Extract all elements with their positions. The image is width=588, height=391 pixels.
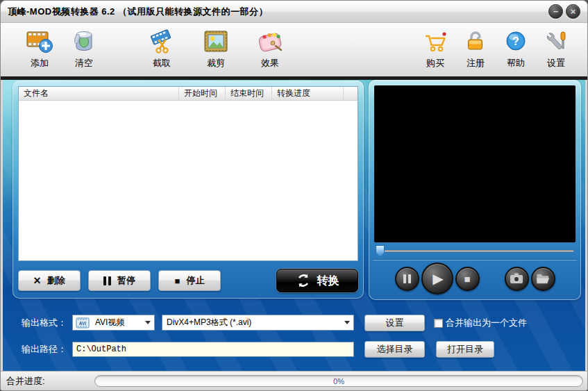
pause-button-label: 暂停 [117,274,135,287]
help-button-label: 帮助 [507,57,525,69]
convert-button-label: 转换 [317,274,339,288]
clear-button-label: 清空 [75,57,93,69]
effect-button-label: 效果 [261,57,279,69]
settings-button-label: 设置 [547,57,565,69]
delete-icon: × [33,274,41,287]
titlebar: 顶峰-MOD视频转换器 6.2 （试用版只能转换源文件的一部分） − × [1,1,587,23]
seek-bar[interactable] [374,243,576,259]
file-list[interactable]: 文件名 开始时间 结束时间 转换进度 [18,86,358,261]
main-area: 文件名 开始时间 结束时间 转换进度 × 删除 暂停 ■ [3,80,585,372]
open-directory-button[interactable]: 打开目录 [436,341,494,358]
convert-button[interactable]: 转换 [276,269,358,292]
open-directory-button-label: 打开目录 [447,343,483,356]
window-title: 顶峰-MOD视频转换器 6.2 （试用版只能转换源文件的一部分） [8,6,268,18]
choose-directory-button-label: 选择目录 [377,343,413,356]
buy-cart-icon [421,26,449,57]
player-stop-button[interactable]: ■ [455,267,480,291]
merge-output-checkbox[interactable] [434,319,443,328]
settings-tools-icon [543,26,569,57]
clear-button[interactable]: 清空 [62,26,106,72]
pause-icon [103,276,111,285]
snapshot-button[interactable] [505,267,529,291]
toolbar-right-group: 购买 注册 ? [415,26,576,72]
help-icon: ? [503,26,528,57]
format-settings-button-label: 设置 [386,317,404,329]
delete-button[interactable]: × 删除 [18,270,81,291]
window-controls: − × [548,4,580,19]
dropdown-arrow-icon [341,318,353,327]
add-button[interactable]: 添加 [17,26,62,72]
output-path-input[interactable] [72,342,354,357]
format-detail-value: DivX4+MP3格式 (*.avi) [162,317,341,328]
app-window: 顶峰-MOD视频转换器 6.2 （试用版只能转换源文件的一部分） − × [0,0,588,391]
player-controls: ▶ ■ [374,260,576,297]
crop-button-label: 裁剪 [207,57,225,69]
folder-icon [536,273,550,284]
file-list-panel: 文件名 开始时间 结束时间 转换进度 × 删除 暂停 ■ [12,81,364,299]
minimize-icon: − [553,7,559,16]
register-lock-icon [462,26,489,57]
merge-output-checkbox-row[interactable]: 合并输出为一个文件 [434,317,527,329]
file-list-header: 文件名 开始时间 结束时间 转换进度 [19,87,358,101]
format-type-select[interactable]: AVI AVI视频 [72,315,155,331]
buy-button-label: 购买 [426,57,444,69]
dropdown-arrow-icon [142,318,154,327]
svg-text:?: ? [512,35,519,47]
column-header-end-time[interactable]: 结束时间 [226,87,272,100]
status-bar: 合并进度: 0% [1,371,587,390]
player-pause-icon [403,274,411,283]
toolbar: 添加 清空 [1,23,587,76]
column-header-start-time[interactable]: 开始时间 [179,87,226,100]
add-media-icon [26,26,53,57]
player-panel: ▶ ■ [369,80,581,300]
settings-button[interactable]: 设置 [536,26,576,72]
effect-button[interactable]: 效果 [248,26,292,72]
stop-icon: ■ [175,276,180,285]
close-icon: × [571,7,576,16]
format-type-value: AVI视频 [91,317,142,328]
close-button[interactable]: × [566,4,580,19]
add-button-label: 添加 [31,57,49,69]
seek-handle[interactable] [376,245,385,257]
delete-button-label: 删除 [47,274,65,287]
player-pause-button[interactable] [395,267,419,291]
player-play-button[interactable]: ▶ [421,263,453,294]
merge-progress-bar: 0% [94,375,583,387]
help-button[interactable]: ? 帮助 [496,26,536,72]
clear-list-icon [71,26,97,57]
choose-directory-button[interactable]: 选择目录 [364,341,425,358]
register-button-label: 注册 [467,57,485,69]
player-play-icon: ▶ [432,272,443,285]
format-settings-button[interactable]: 设置 [364,315,425,331]
merge-progress-text: 0% [95,376,582,386]
camera-icon [510,273,523,284]
output-format-label: 输出格式： [22,317,67,329]
stop-button[interactable]: ■ 停止 [158,270,221,291]
register-button[interactable]: 注册 [455,26,496,72]
avi-file-icon: AVI [76,317,90,328]
buy-button[interactable]: 购买 [415,26,455,72]
crop-button[interactable]: 裁剪 [194,26,238,72]
column-header-progress[interactable]: 转换进度 [272,87,344,100]
stop-button-label: 停止 [186,274,204,287]
pause-button[interactable]: 暂停 [88,270,151,291]
clip-button[interactable]: 截取 [140,26,184,72]
list-actions: × 删除 暂停 ■ 停止 [18,269,358,292]
format-detail-select[interactable]: DivX4+MP3格式 (*.avi) [162,315,354,331]
video-preview [374,85,576,242]
column-header-filename[interactable]: 文件名 [19,87,179,100]
clip-button-label: 截取 [153,57,171,69]
effect-palette-icon [256,26,284,57]
open-folder-button[interactable] [531,267,555,291]
file-list-body[interactable] [19,101,358,260]
crop-frame-icon [203,26,229,57]
output-path-label: 输出路径： [22,343,67,356]
merge-progress-label: 合并进度: [6,375,45,388]
svg-text:AVI: AVI [79,320,87,325]
seek-track[interactable] [376,250,574,252]
clip-scissors-icon [148,26,176,57]
merge-output-label: 合并输出为一个文件 [446,317,527,329]
minimize-button[interactable]: − [548,4,563,19]
player-stop-icon: ■ [464,274,470,284]
convert-refresh-icon [296,273,311,288]
